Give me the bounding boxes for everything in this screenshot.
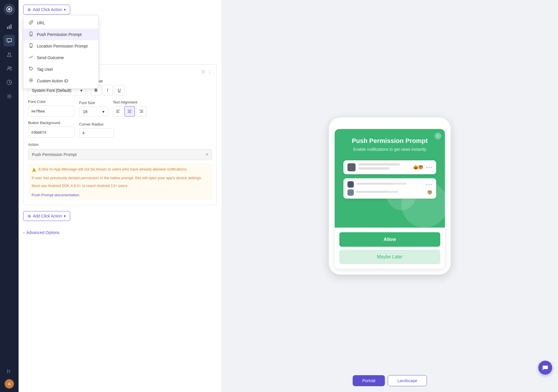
- align-left-button[interactable]: [113, 106, 123, 117]
- format-underline-button[interactable]: U: [114, 85, 124, 95]
- action-input[interactable]: [28, 149, 202, 160]
- dropdown-item-location-permission[interactable]: Location Permission Prompt: [23, 40, 98, 52]
- sidebar-logo[interactable]: [3, 3, 15, 15]
- font-size-arrow: ▾: [102, 109, 104, 114]
- sidebar-item-messages[interactable]: [3, 35, 15, 46]
- sidebar-collapse-button[interactable]: [3, 365, 15, 377]
- close-icon: ×: [437, 134, 439, 138]
- button-background-label: Button Background: [28, 121, 75, 125]
- sidebar-item-experiments[interactable]: [3, 49, 15, 60]
- advanced-options-chevron: ›: [23, 230, 25, 235]
- font-size-label: Font Size: [79, 101, 108, 105]
- warning-item-tertiary: Must use Android SDK 4.8.0+ to reach And…: [32, 183, 209, 189]
- button-bg-input[interactable]: [28, 128, 75, 137]
- button-background-group: Button Background: [28, 121, 75, 138]
- corner-radius-input[interactable]: [79, 128, 114, 137]
- sidebar: A: [0, 0, 19, 392]
- svg-rect-5: [7, 39, 12, 42]
- svg-point-7: [8, 67, 10, 68]
- align-right-button[interactable]: [136, 106, 146, 117]
- add-click-action-button-top[interactable]: ⊕ Add Click Action ▾: [23, 5, 70, 14]
- warning-main-text: Entire In-App Message will not be shown …: [39, 166, 186, 173]
- preview-panel: × Push Permission Prompt Enable notifica…: [222, 0, 558, 392]
- notif-content-1: [358, 163, 410, 171]
- link-icon: [28, 20, 34, 26]
- phone-mockup: × Push Permission Prompt Enable notifica…: [329, 117, 451, 275]
- svg-rect-4: [10, 24, 12, 29]
- add-click-action-label-top: Add Click Action: [33, 7, 62, 12]
- warning-item-main: ⚠️ Entire In-App Message will not be sho…: [32, 166, 209, 173]
- corner-radius-group: Corner Radius px: [79, 122, 114, 138]
- font-select-value: System Font (Default): [32, 88, 71, 93]
- dropdown-send-outcome-label: Send Outcome: [37, 55, 64, 60]
- font-color-group: Font Color: [28, 99, 75, 117]
- circle-decoration-2: [387, 181, 416, 210]
- more-options-icon[interactable]: ⋮: [207, 69, 212, 75]
- svg-point-16: [30, 68, 30, 68]
- align-center-button[interactable]: [124, 106, 135, 117]
- dropdown-push-label: Push Permission Prompt: [37, 32, 81, 37]
- sidebar-item-settings[interactable]: [3, 90, 15, 102]
- notif-dot-3: [431, 167, 432, 168]
- font-select-arrow: ▾: [80, 88, 82, 93]
- button-bg-input-group: [28, 127, 75, 138]
- svg-point-8: [10, 67, 12, 68]
- gear-icon: [28, 78, 34, 84]
- dropdown-tag-user-label: Tag User: [37, 67, 53, 72]
- advanced-options-toggle[interactable]: › Advanced Options: [23, 230, 217, 235]
- action-label: Action: [28, 142, 212, 147]
- inapp-body: Allow Maybe Later: [335, 228, 445, 269]
- dropdown-item-custom-action[interactable]: Custom Action ID: [23, 75, 98, 87]
- inapp-subtitle: Enable notifications to get news instant…: [340, 147, 439, 152]
- warning-box: ⚠️ Entire In-App Message will not be sho…: [28, 164, 212, 200]
- notif-app-icon-2: [347, 181, 354, 188]
- sidebar-item-analytics[interactable]: [3, 21, 15, 32]
- text-alignment-group: Text Alignment: [113, 100, 146, 117]
- dropdown-item-tag-user[interactable]: Tag User: [23, 63, 98, 75]
- font-size-select[interactable]: 18 ▾: [79, 107, 108, 117]
- svg-rect-2: [7, 27, 8, 29]
- notif-dot-2: [428, 167, 430, 168]
- allow-button[interactable]: Allow: [339, 232, 440, 247]
- advanced-options-label: Advanced Options: [26, 230, 59, 235]
- inapp-card: × Push Permission Prompt Enable notifica…: [335, 129, 445, 269]
- inapp-close-button[interactable]: ×: [434, 133, 441, 139]
- font-color-input[interactable]: [28, 107, 75, 116]
- maybe-later-button[interactable]: Maybe Later: [339, 250, 440, 264]
- format-italic-button[interactable]: I: [102, 85, 113, 95]
- phone-icon-push: [28, 32, 34, 37]
- add-click-action-arrow-icon: ▾: [64, 7, 66, 12]
- font-size-value: 18: [83, 109, 88, 114]
- notification-preview-area: 🎃🐯: [340, 157, 439, 222]
- dropdown-item-send-outcome[interactable]: Send Outcome: [23, 52, 98, 63]
- notif-dots-1: [426, 167, 432, 168]
- notif-app-icon-1: [347, 163, 356, 171]
- portrait-button[interactable]: Portrait: [353, 375, 385, 386]
- add-click-action-plus-icon-bottom: ⊕: [28, 214, 31, 218]
- preview-controls: Portrait Landscape: [353, 375, 427, 386]
- drag-icon[interactable]: ⠿: [202, 69, 205, 75]
- user-avatar[interactable]: A: [5, 379, 14, 389]
- warning-item-secondary: If user has previously denied permission…: [32, 175, 209, 181]
- dropdown-location-label: Location Permission Prompt: [37, 44, 88, 48]
- alignment-buttons: [113, 106, 146, 117]
- push-prompt-docs-link[interactable]: Push Prompt documentation.: [32, 193, 80, 197]
- inapp-title: Push Permission Prompt: [340, 137, 439, 145]
- chat-support-button[interactable]: [538, 361, 552, 375]
- dropdown-url-label: URL: [37, 21, 45, 25]
- chart-icon: [28, 55, 34, 61]
- action-clear-button[interactable]: ×: [202, 152, 212, 157]
- dropdown-item-push-permission[interactable]: Push Permission Prompt: [23, 29, 98, 40]
- landscape-button[interactable]: Landscape: [388, 375, 427, 386]
- inapp-header: × Push Permission Prompt Enable notifica…: [335, 129, 445, 228]
- corner-radius-input-group: px: [79, 128, 114, 138]
- warning-icon: ⚠️: [32, 167, 36, 173]
- add-click-action-button-bottom[interactable]: ⊕ Add Click Action ▾: [23, 211, 70, 221]
- notif-emoji-1: 🎃🐯: [413, 165, 423, 170]
- font-color-input-group: [28, 106, 75, 117]
- dropdown-menu: URL Push Permission Prompt: [23, 15, 99, 89]
- sidebar-item-charts[interactable]: [3, 77, 15, 88]
- add-click-action-label-bottom: Add Click Action: [33, 214, 62, 218]
- sidebar-item-users[interactable]: [3, 63, 15, 74]
- dropdown-item-url[interactable]: URL: [23, 17, 98, 29]
